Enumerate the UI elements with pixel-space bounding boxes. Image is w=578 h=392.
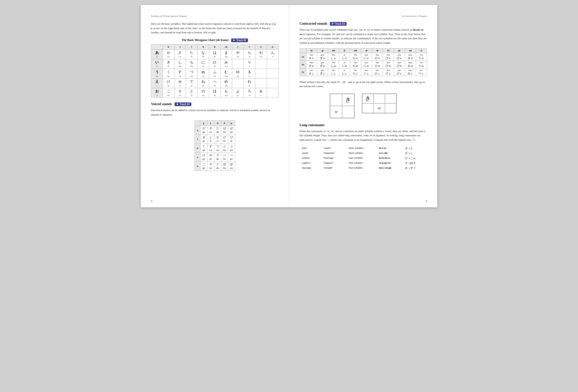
contracted-intro: There are 33 syllables that can be combi… [300,28,427,45]
table-header-row: g z d b p [194,120,235,126]
table-row: kekkon "marriage" four syllables ke-k-ko… [300,156,427,160]
table-row: sapporo "Sapporo" four syllables sa-p-po… [300,161,427,165]
right-page: An Introduction to Hiragana Contracted s… [289,5,437,207]
left-page-header: Reading and Writing Japanese Hiragana [151,15,279,17]
col-header-s: s [174,44,186,49]
col-header-empty [151,44,163,49]
table-row: a がga ざza だda ばba ぱpa [194,126,235,135]
col-header-n: n [197,44,209,49]
right-page-header: An Introduction to Hiragana [300,15,427,17]
voiced-text: Diacritical marks can be added to certai… [151,108,279,117]
corner-text: When written vertically, the small や、ゆ、a… [300,80,427,89]
col-header-n2: n [267,44,278,49]
book-spread: Reading and Writing Japanese Hiragana th… [141,5,437,207]
track01-badge[interactable]: Track 01 [231,39,248,42]
voiced-table: g z d b p a がga ざza だda ばba ぱpa i ぎgi じj… [194,120,235,171]
table-row: あa かka さsa たta なna はhe まma やya らra わwa ん… [151,49,279,59]
col-header-r: r [244,44,255,49]
track03-badge[interactable]: Track 03 [330,22,347,26]
table-row: o ごgo ぞzo どdo ぼbo ぽpo [194,162,235,171]
row-header-e: えe [151,78,163,88]
long-consonants-text: When the consonants /t/, /s/, /k/, and /… [300,129,427,142]
svg-marker-1 [177,103,179,105]
table-row: e げge ぜze でde べbe ぺpe [194,153,235,162]
table-row: えe けke せse てte ねne へhe めme れre [151,78,279,88]
table-row: kitto "surely" three syllables ki-t-to き… [300,146,427,151]
right-page-number: 9 [426,199,427,202]
contracted-table: ki gi shi ji chi ni hi bi pi mi ri ya ky… [300,48,427,76]
table-row: zasshi "magazine" three syllabes za-s-sh… [300,151,427,156]
left-page: Reading and Writing Japanese Hiragana th… [141,5,289,207]
table-header-row: k s t n h m y r w n [151,44,279,49]
col-header-m: m [221,44,232,49]
col-header-w: w [255,44,267,49]
basic-chart-title: The Basic Hiragana Chart (46 Kana) Track… [151,38,279,42]
table-row: うu くku すsu つtsu ぬnu ふfu むmu ゆyu るru [151,69,279,78]
col-header-t: t [186,44,197,49]
table-row: i ぎgi じji ぢji びbi ぴpi [194,135,235,144]
table-row: おo こko そso とto のno ほho もmo よyo ろro をo [151,88,279,98]
horizontal-diagram: き ゃ [362,94,396,118]
svg-marker-2 [332,23,334,25]
table-row: yu kyuきゅ gyuぎゅ shuしゅ juじゅ chuちゅ nyuにゅ hy… [300,60,427,68]
svg-marker-0 [233,39,235,41]
table-header-row: ki gi shi ji chi ni hi bi pi mi ri [300,49,427,53]
col-header-h: h [209,44,221,49]
table-row: massugu "straight" four syllables ma-s-s… [300,166,427,170]
table-row: u ぐgu ずzu づzu ぶbu ぷpu [194,144,235,153]
row-header-a: あa [151,49,163,59]
corner-box-horizontal: き ゃ [362,94,396,113]
col-header-y: y [232,44,244,49]
table-row: いi きki しshi ちchi にni ひhi みmi りri [151,59,279,69]
row-header-o: おo [151,88,163,98]
vertical-diagram: き ゃ [330,94,354,118]
voiced-sounds-heading: Voiced sounds Track 02 [151,102,279,106]
long-consonants-heading: Long consonants [300,123,427,127]
col-header-k: k [163,44,174,49]
corner-box-vertical: き ゃ [330,94,354,118]
consonant-examples-table: kitto "surely" three syllables ki-t-to き… [300,146,427,171]
play-icon-3 [332,22,334,25]
intro-paragraph: there are 46 basic syllables. The tradit… [151,22,279,35]
left-page-number: 8 [151,199,152,202]
track02-badge[interactable]: Track 02 [175,102,191,106]
contracted-sounds-heading: Contracted sounds Track 03 [300,22,427,26]
play-icon-2 [176,103,179,105]
row-header-u: うu [151,69,163,78]
table-row: ya kyaきゃ gyaぎゃ shaしゃ jaじゃ chaちゃ nyaにゃ hy… [300,53,427,60]
row-header-i: いi [151,59,163,69]
basic-hiragana-table: k s t n h m y r w n あa かka さsa たta なna は… [151,44,279,98]
play-icon [233,39,235,41]
table-row: yo kyoきょ gyoぎょ shoしょ joじょ choちょ nyoにょ hy… [300,68,427,76]
corner-diagrams: き ゃ き ゃ [300,94,427,118]
